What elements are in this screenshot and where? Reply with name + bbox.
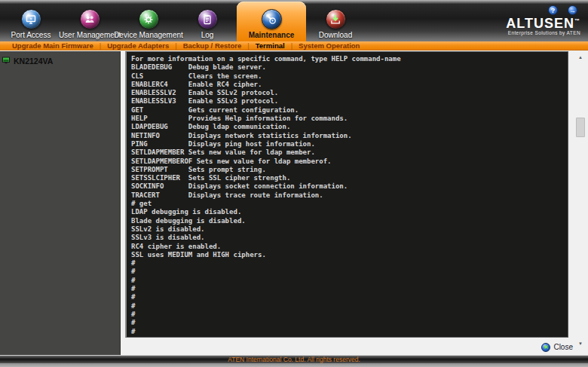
- tab-label: Device Management: [114, 31, 183, 39]
- terminal-line: SSL uses MEDIUM and HIGH ciphers.: [131, 251, 568, 259]
- port-access-icon: [21, 9, 41, 29]
- tab-strip: Port Access User Management: [2, 2, 365, 41]
- footer: ATEN International Co. Ltd. All rights r…: [0, 355, 588, 367]
- maintenance-icon: [262, 9, 282, 29]
- terminal-line: SOCKINFO Displays socket connection info…: [131, 182, 568, 191]
- terminal-console[interactable]: For more information on a specific comma…: [125, 51, 568, 338]
- close-icon: ✕: [541, 343, 550, 352]
- terminal-line: HELP Provides Help information for comma…: [131, 115, 568, 123]
- terminal-line: #: [131, 310, 568, 319]
- brand-tagline: Enterprise Solutions by ATEN: [506, 30, 580, 35]
- terminal-line: PING Displays ping host information.: [131, 140, 568, 148]
- terminal-line: #: [131, 293, 568, 301]
- main-panel: For more information on a specific comma…: [121, 51, 588, 355]
- terminal-line: #: [131, 328, 568, 336]
- content-area: KN2124VA For more information on a speci…: [0, 51, 588, 355]
- terminal-line: #: [131, 302, 568, 310]
- sidebar-item-kn2124va[interactable]: KN2124VA: [2, 54, 118, 68]
- scroll-down-icon[interactable]: ▼: [575, 339, 586, 348]
- tab-port-access[interactable]: Port Access: [2, 4, 60, 41]
- terminal-line: LDAP debugging is disabled.: [131, 208, 568, 216]
- close-row: ✕ Close: [125, 339, 573, 355]
- tab-label: Log: [201, 31, 214, 39]
- terminal-line: SSLv3 is disabled.: [131, 234, 568, 242]
- scroll-up-icon[interactable]: ▲: [575, 53, 586, 62]
- user-management-icon: [80, 9, 100, 29]
- altusen-logo: ALTUSEN™ Enterprise Solutions by ATEN: [506, 15, 580, 35]
- submenu-system-operation[interactable]: System Operation: [292, 41, 366, 50]
- tab-download[interactable]: Download: [306, 4, 365, 41]
- top-navbar: Port Access User Management: [0, 0, 588, 41]
- terminal-line: LDAPDEBUG Debug ldap communication.: [131, 123, 568, 131]
- terminal-line: CLS Clears the screen.: [131, 72, 568, 81]
- terminal-line: #: [131, 277, 568, 285]
- terminal-scrollbar: ▲ ▼: [574, 51, 586, 348]
- submenu-backup-restore[interactable]: Backup / Restore: [177, 41, 248, 50]
- terminal-line: NETINFO Displays network statistics info…: [131, 132, 568, 140]
- tab-device-management[interactable]: Device Management: [119, 4, 178, 41]
- scrollbar-thumb[interactable]: [576, 118, 585, 137]
- terminal-line: SETSSLCIPHER Sets SSL cipher strength.: [131, 174, 568, 182]
- footer-strip: [0, 363, 588, 367]
- device-monitor-icon: [2, 54, 11, 68]
- terminal-line: SETLDAPMEMBER Sets new value for ldap me…: [131, 148, 568, 157]
- terminal-line: # get: [131, 200, 568, 208]
- tab-label: User Management: [59, 31, 121, 39]
- terminal-line: ENABLESSLV3 Enable SSLv3 protocol.: [131, 97, 568, 106]
- terminal-line: ENABLERC4 Enable RC4 cipher.: [131, 81, 568, 89]
- header-mini-buttons: ? →: [548, 5, 577, 15]
- copyright-text: ATEN International Co. Ltd. All rights r…: [228, 356, 360, 363]
- terminal-line: #: [131, 259, 568, 268]
- terminal-line: SETPROMPT Sets prompt string.: [131, 166, 568, 174]
- tab-label: Port Access: [11, 31, 51, 39]
- help-icon[interactable]: ?: [548, 5, 558, 15]
- device-management-icon: [139, 9, 159, 29]
- terminal-line: ENABLESSLV2 Enable SSLv2 protocol.: [131, 89, 568, 97]
- logout-icon[interactable]: →: [568, 5, 577, 15]
- tab-log[interactable]: Log: [178, 4, 237, 41]
- submenu-upgrade-adapters[interactable]: Upgrade Adapters: [101, 41, 175, 50]
- app-window: Port Access User Management: [0, 0, 588, 367]
- tab-maintenance[interactable]: Maintenance: [237, 2, 306, 41]
- terminal-line: GET Gets current configuration.: [131, 106, 568, 115]
- submenu-bar: Upgrade Main Firmware | Upgrade Adapters…: [0, 41, 588, 50]
- terminal-line: SSLv2 is disabled.: [131, 225, 568, 234]
- terminal-line: #: [131, 319, 568, 327]
- log-icon: [198, 9, 218, 29]
- terminal-line: #: [131, 268, 568, 276]
- close-button[interactable]: ✕ Close: [541, 343, 573, 352]
- submenu-upgrade-main-firmware[interactable]: Upgrade Main Firmware: [6, 41, 100, 50]
- tab-user-management[interactable]: User Management: [60, 4, 119, 41]
- brand-text: ALTUSEN™: [506, 15, 580, 29]
- terminal-line: For more information on a specific comma…: [131, 55, 568, 63]
- tab-label: Download: [319, 31, 352, 39]
- terminal-line: Blade debugging is disabled.: [131, 217, 568, 225]
- terminal-line: RC4 cipher is enabled.: [131, 243, 568, 251]
- trademark: ™: [574, 18, 580, 23]
- download-icon: [326, 9, 346, 29]
- footer-bar: ATEN International Co. Ltd. All rights r…: [0, 355, 588, 363]
- terminal-line: #: [131, 285, 568, 293]
- tab-label: Maintenance: [249, 31, 295, 39]
- terminal-line: BLADEDEBUG Debug blade server.: [131, 63, 568, 72]
- terminal-line: SETLDAPMEMBEROF Sets new value for ldap …: [131, 158, 568, 166]
- submenu-terminal[interactable]: Terminal: [250, 41, 291, 50]
- terminal-line: TRACERT Displays trace route information…: [131, 191, 568, 200]
- device-name: KN2124VA: [14, 57, 53, 66]
- close-label: Close: [553, 343, 573, 351]
- device-sidebar: KN2124VA: [0, 51, 121, 355]
